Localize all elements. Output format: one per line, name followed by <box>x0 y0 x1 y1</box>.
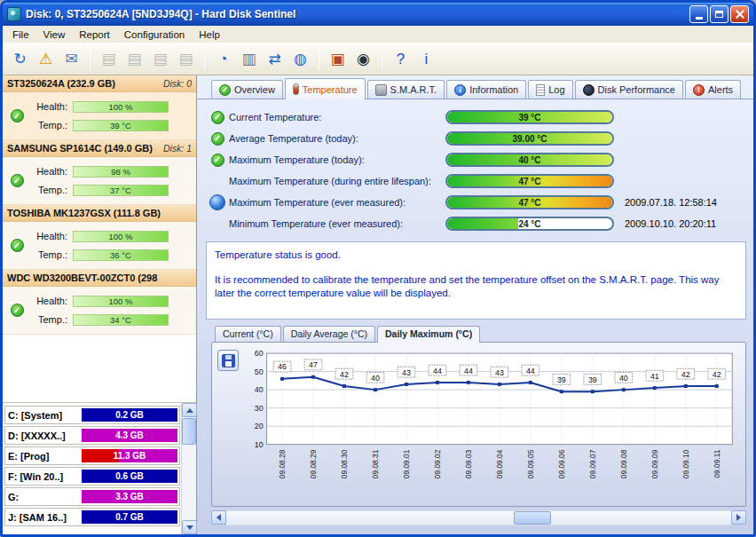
disk-spindown-button[interactable]: ▤ <box>122 47 146 71</box>
tab-disk-performance[interactable]: Disk Performance <box>575 80 683 99</box>
disk-status-cell: ✓ <box>7 304 27 317</box>
svg-text:09.09.08: 09.09.08 <box>619 449 628 478</box>
chart-tab-daily-average-c[interactable]: Daily Average (°C) <box>283 326 375 342</box>
menu-item-configuration[interactable]: Configuration <box>117 28 192 42</box>
scroll-down-button[interactable] <box>182 520 197 534</box>
disk-acoustic-button[interactable]: ▤ <box>97 47 121 71</box>
partition-label: G: <box>5 492 80 502</box>
temperature-row-label: Maximum Temperature (today): <box>229 154 445 165</box>
hscroll-thumb[interactable] <box>514 511 551 525</box>
row-icon-cell <box>206 194 229 210</box>
partition-row[interactable]: F: [Win 20..]0.6 GB <box>4 467 180 486</box>
refresh-all-button[interactable]: ⇄ <box>263 47 287 71</box>
maximize-button[interactable] <box>710 5 728 23</box>
disk-acoustic-icon: ▤ <box>101 51 115 67</box>
disk-name: WDC WD3200BEVT-00ZCT0 (298 <box>7 272 192 283</box>
help-icon: ? <box>397 51 405 67</box>
partition-label: F: [Win 20..] <box>5 471 80 482</box>
help-button[interactable]: ? <box>389 47 413 71</box>
partition-row[interactable]: J: [SAM 16..]0.7 GB <box>4 508 180 526</box>
surface-test-button[interactable]: ◉ <box>351 47 375 71</box>
refresh-icon: ↻ <box>13 51 26 67</box>
svg-text:40: 40 <box>371 374 380 383</box>
report-problem-button[interactable]: ⚠ <box>34 47 58 71</box>
application-window: Disk: 0, ST3250624A [5ND3J94Q] - Hard Di… <box>0 0 756 537</box>
toolbar: ↻⚠✉▤▤▤▤◔▥⇄◍▣◉?i <box>3 43 753 75</box>
menu-item-report[interactable]: Report <box>72 28 117 42</box>
toolbar-separator <box>204 49 205 70</box>
svg-text:09.09.04: 09.09.04 <box>495 449 504 478</box>
tab-temperature[interactable]: Temperature <box>285 78 366 99</box>
disk-health-row: Health:100 % <box>27 293 196 309</box>
disk-body: ✓Health:100 %Temp.:39 °C <box>3 92 196 139</box>
scroll-right-button[interactable] <box>731 510 746 525</box>
online-update-button[interactable]: ◔ <box>211 47 235 71</box>
partition-row[interactable]: D: [XXXXX..]4.3 GB <box>4 426 180 445</box>
tab-overview[interactable]: ✓Overview <box>211 80 283 99</box>
surface-test-icon: ◉ <box>357 51 370 67</box>
disk-header: ST3250624A (232.9 GB)Disk: 0 <box>3 75 196 92</box>
title-bar[interactable]: Disk: 0, ST3250624A [5ND3J94Q] - Hard Di… <box>3 3 753 26</box>
temperature-bar: 47 °C <box>445 195 614 209</box>
partition-row[interactable]: C: [System]0.2 GB <box>4 406 180 424</box>
temperature-bar-value: 39.00 °C <box>447 133 612 144</box>
about-button[interactable]: i <box>414 47 438 71</box>
disk-rows: Health:100 %Temp.:34 °C <box>27 290 196 330</box>
refresh-button[interactable]: ↻ <box>8 47 32 71</box>
toolbar-separator <box>90 49 91 70</box>
svg-text:09.09.05: 09.09.05 <box>526 449 535 478</box>
menu-item-help[interactable]: Help <box>192 28 227 42</box>
menu-item-view[interactable]: View <box>36 28 73 42</box>
svg-text:41: 41 <box>650 372 659 381</box>
svg-text:09.09.01: 09.09.01 <box>402 449 411 478</box>
world-status-button[interactable]: ◍ <box>288 47 312 71</box>
close-button[interactable] <box>730 5 749 23</box>
scroll-track[interactable] <box>182 417 196 520</box>
partition-scrollbar[interactable] <box>181 403 196 534</box>
tab-alerts[interactable]: !Alerts <box>685 80 741 99</box>
row-icon-cell: ✓ <box>206 132 229 146</box>
arrow-down-icon <box>186 525 193 530</box>
scroll-up-button[interactable] <box>182 403 197 417</box>
refresh-all-icon: ⇄ <box>268 51 280 67</box>
disk-health-label: Health: <box>27 101 67 112</box>
svg-text:44: 44 <box>464 367 473 375</box>
report-button[interactable]: ▥ <box>237 47 261 71</box>
disk-entry[interactable]: SAMSUNG SP1614C (149.0 GB)Disk: 1✓Health… <box>3 140 196 205</box>
tab-information[interactable]: iInformation <box>446 80 526 99</box>
disk-temp-row: Temp.:39 °C <box>27 117 196 133</box>
menu-item-file[interactable]: File <box>5 28 36 42</box>
partition-row[interactable]: E: [Prog]11.3 GB <box>4 446 180 465</box>
disk-health-bar: 100 % <box>73 296 169 307</box>
close-icon <box>735 9 745 20</box>
hscroll-track[interactable] <box>226 510 731 525</box>
report-icon: ▥ <box>241 51 256 67</box>
partition-bar: 0.6 GB <box>82 470 177 483</box>
chart-scrollbar[interactable] <box>211 510 746 525</box>
scroll-thumb[interactable] <box>182 418 196 445</box>
minimize-button[interactable] <box>689 5 708 23</box>
disk-selftest-button[interactable]: ▤ <box>148 47 172 71</box>
temperature-row: Maximum Temperature (during entire lifes… <box>206 170 753 192</box>
configuration-button[interactable]: ▣ <box>326 47 350 71</box>
tab-label: Overview <box>234 84 275 95</box>
tab-log[interactable]: Log <box>528 80 572 99</box>
send-report-button[interactable]: ✉ <box>59 47 83 71</box>
disk-entry[interactable]: ST3250624A (232.9 GB)Disk: 0✓Health:100 … <box>3 75 196 140</box>
temperature-recommendation-text: It is recommended to calibrate the tempe… <box>215 273 737 301</box>
check-icon: ✓ <box>219 84 231 96</box>
scroll-left-button[interactable] <box>211 510 226 525</box>
save-chart-button[interactable] <box>217 350 239 371</box>
about-icon: i <box>425 51 429 67</box>
configuration-icon: ▣ <box>330 51 344 67</box>
disk-header: SAMSUNG SP1614C (149.0 GB)Disk: 1 <box>3 140 196 157</box>
partition-row[interactable]: G:3.3 GB <box>4 487 180 506</box>
svg-text:44: 44 <box>433 367 442 375</box>
chart-tab-current-c[interactable]: Current (°C) <box>215 326 281 342</box>
tab-s-m-a-r-t[interactable]: S.M.A.R.T. <box>367 80 445 99</box>
disk-entry[interactable]: WDC WD3200BEVT-00ZCT0 (298✓Health:100 %T… <box>3 270 196 335</box>
disk-name: TOSHIBA MK1237GSX (111.8 GB) <box>7 208 192 218</box>
disk-surface-button[interactable]: ▤ <box>174 47 198 71</box>
disk-entry[interactable]: TOSHIBA MK1237GSX (111.8 GB)✓Health:100 … <box>3 205 196 270</box>
chart-tab-daily-maximum-c[interactable]: Daily Maximum (°C) <box>377 326 480 343</box>
